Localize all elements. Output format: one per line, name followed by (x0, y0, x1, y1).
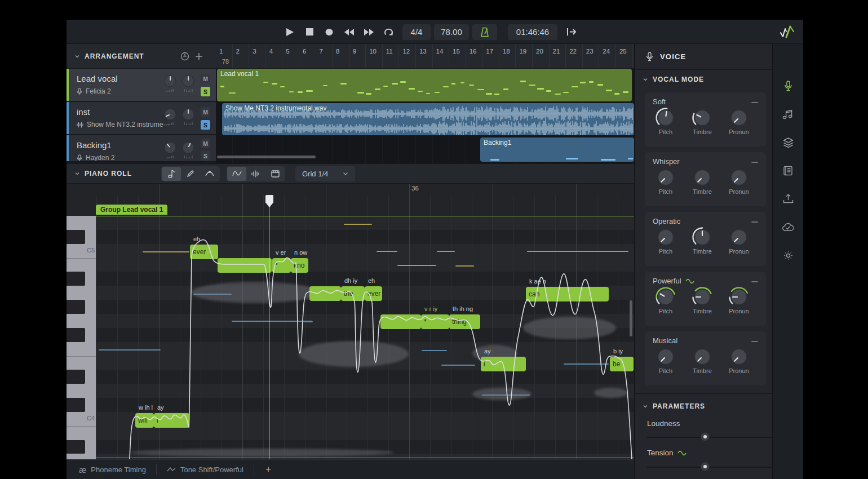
tension-slider[interactable] (647, 462, 763, 471)
note-grid[interactable]: 36 evereh*v erknon owthedh iyevereh*v r … (96, 184, 634, 459)
solo-button[interactable]: S (201, 120, 210, 130)
volume-knob[interactable] (163, 74, 177, 92)
knob-pronun[interactable]: Pronun (722, 167, 756, 195)
knob-pitch[interactable]: Pitch (649, 346, 683, 374)
phoneme-label[interactable]: b iy (613, 348, 623, 354)
tempo-marker[interactable]: 78 (222, 58, 229, 65)
vertical-scrollbar[interactable] (630, 300, 632, 336)
clips-area[interactable]: Lead vocal 1 Show Me NT3.2 instrumental.… (216, 69, 634, 163)
time-signature-display[interactable]: 4/4 (402, 24, 431, 40)
clip-lead-vocal[interactable]: Lead vocal 1 (217, 69, 632, 101)
voice-tab-microphone-icon[interactable] (781, 79, 795, 94)
minus-icon[interactable] (751, 102, 758, 103)
knob-timbre[interactable]: Timbre (685, 227, 719, 255)
go-to-end-button[interactable] (566, 26, 577, 38)
minus-icon[interactable] (751, 281, 758, 282)
piano-key-black[interactable] (67, 370, 85, 384)
fast-forward-button[interactable] (363, 26, 374, 38)
mute-button[interactable]: M (201, 139, 210, 148)
note[interactable]: be (610, 357, 634, 371)
track-lead-vocal[interactable]: Lead vocal Felicia 2 M S (67, 69, 216, 102)
note[interactable]: kno (291, 258, 308, 273)
playhead-handle[interactable] (265, 195, 273, 207)
knob-pitch[interactable]: Pitch (649, 227, 683, 255)
piano-key-black[interactable] (67, 272, 85, 286)
add-track-button[interactable] (195, 52, 203, 60)
piano-key-black[interactable] (67, 328, 85, 342)
phoneme-label[interactable]: n ow (294, 249, 307, 256)
tempo-display[interactable]: 78.00 (434, 24, 469, 40)
tab-tone-shift[interactable]: Tone Shift/Powerful (157, 464, 254, 475)
music-notes-icon[interactable] (781, 107, 795, 122)
play-button[interactable] (284, 26, 295, 38)
solo-button[interactable]: S (201, 151, 210, 161)
phoneme-label[interactable]: v er (276, 249, 286, 256)
phoneme-label[interactable]: eh (193, 236, 200, 242)
slider-thumb[interactable] (701, 432, 710, 441)
note[interactable]: can (526, 287, 609, 301)
knob-timbre[interactable]: Timbre (685, 346, 719, 374)
timecode-display[interactable]: 01:46:46 (508, 24, 557, 40)
tab-phoneme-timing[interactable]: æ Phoneme Timing (69, 464, 157, 475)
metronome-toggle[interactable] (472, 24, 497, 40)
stop-button[interactable] (304, 26, 315, 38)
knob-timbre[interactable]: Timbre (685, 286, 719, 314)
phoneme-label[interactable]: dh iy (344, 277, 357, 284)
loudness-slider[interactable] (647, 432, 763, 441)
formant-button[interactable] (246, 167, 265, 181)
collapse-arrangement-chevron-icon[interactable] (74, 54, 80, 59)
minus-icon[interactable] (751, 341, 758, 342)
loop-button[interactable] (383, 26, 394, 38)
note[interactable]: i (154, 413, 189, 428)
knob-pronun[interactable]: Pronun (722, 107, 756, 135)
note[interactable] (218, 258, 272, 273)
record-button[interactable] (324, 26, 335, 38)
piano-key-black[interactable] (67, 300, 85, 314)
mute-button[interactable]: M (201, 74, 210, 83)
minus-icon[interactable] (751, 221, 758, 223)
knob-timbre[interactable]: Timbre (685, 107, 719, 135)
note[interactable]: will (135, 413, 154, 428)
tempo-map-icon[interactable] (180, 52, 189, 61)
knob-pronun[interactable]: Pronun (722, 286, 756, 314)
note[interactable] (380, 314, 421, 329)
pitch-curve-button[interactable] (227, 167, 246, 181)
note[interactable]: * (272, 258, 291, 273)
vibrato-tool-button[interactable] (200, 167, 219, 181)
note[interactable]: ever (190, 245, 218, 259)
solo-button[interactable]: S (201, 87, 210, 96)
piano-key-black[interactable] (67, 230, 85, 244)
knob-pitch[interactable]: Pitch (649, 286, 683, 314)
pan-knob[interactable] (181, 74, 195, 92)
clip-backing1[interactable]: Backing1 (480, 138, 634, 162)
track-inst[interactable]: inst Show Me NT3.2 instrume··· M S (67, 102, 216, 135)
add-parameter-tab-button[interactable]: + (254, 464, 282, 475)
horizontal-scrollbar[interactable] (217, 156, 316, 158)
layers-icon[interactable] (781, 135, 795, 150)
slider-thumb[interactable] (701, 462, 710, 471)
knob-pitch[interactable]: Pitch (649, 167, 683, 195)
phoneme-label[interactable]: ay (157, 404, 164, 411)
vocal-mode-section-header[interactable]: VOCAL MODE (643, 76, 704, 83)
volume-knob[interactable] (163, 108, 177, 126)
library-icon[interactable] (781, 163, 795, 178)
piano-key-black[interactable] (67, 440, 85, 454)
mute-button[interactable]: M (201, 107, 210, 117)
export-icon[interactable] (781, 192, 795, 206)
rewind-button[interactable] (343, 26, 355, 38)
knob-pitch[interactable]: Pitch (649, 107, 683, 135)
note[interactable]: the (341, 286, 365, 301)
collapse-piano-roll-chevron-icon[interactable] (74, 171, 80, 176)
phoneme-label[interactable]: th ih ng (453, 305, 473, 312)
timeline-ruler[interactable]: 1234567891011121314151617181920212223242… (216, 44, 634, 69)
clip-instrumental[interactable]: Show Me NT3.2 instrumental.wav (222, 103, 634, 135)
note[interactable]: * (421, 314, 449, 329)
parameters-section-header[interactable]: PARAMETERS (643, 402, 705, 410)
knob-timbre[interactable]: Timbre (685, 167, 719, 195)
track-backing1[interactable]: Backing1 Hayden 2 M S (67, 135, 216, 162)
grid-select[interactable]: Grid 1/4 (295, 166, 355, 181)
phoneme-label[interactable]: ay (484, 348, 491, 354)
note[interactable]: ever (365, 286, 382, 301)
video-button[interactable] (265, 167, 285, 181)
pan-knob[interactable] (181, 108, 195, 126)
